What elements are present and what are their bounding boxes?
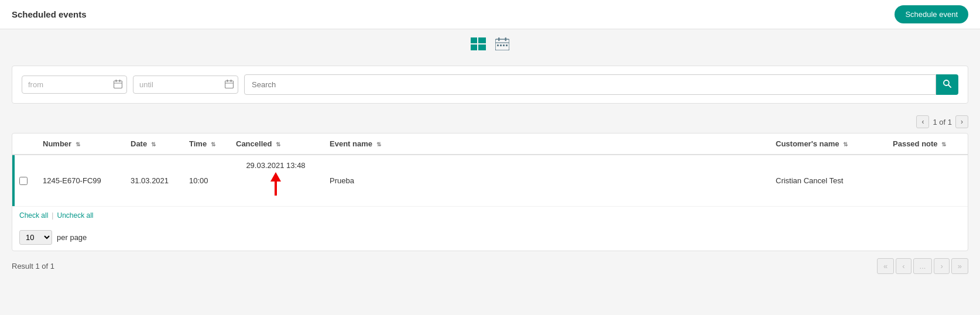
svg-rect-6 [505,37,507,41]
event-sort-icon: ⇅ [376,141,381,148]
customer-sort-icon: ⇅ [843,141,848,148]
result-footer: Result 1 of 1 « ‹ ... › » [12,251,968,274]
row-number: 1245-E670-FC99 [36,155,124,207]
per-page-select[interactable]: 10 25 50 100 [19,230,52,245]
search-button[interactable] [936,74,958,95]
next-page-top-button[interactable]: › [955,115,968,128]
row-date: 31.03.2021 [124,155,182,207]
events-table: Number ⇅ Date ⇅ Time ⇅ Cancelled ⇅ [12,133,968,207]
result-text: Result 1 of 1 [12,262,54,271]
col-cancelled-header[interactable]: Cancelled ⇅ [229,133,323,155]
col-checkbox-header [12,133,36,155]
svg-line-21 [948,85,951,88]
view-toggle-bar [0,29,980,60]
svg-rect-8 [497,44,499,46]
col-passed-header[interactable]: Passed note ⇅ [886,133,968,155]
page-title: Scheduled events [12,9,87,19]
pagination-top: ‹ 1 of 1 › [12,112,968,133]
pagination-bottom: « ‹ ... › » [877,258,968,274]
per-page-label: per page [57,233,87,242]
col-event-header[interactable]: Event name ⇅ [323,133,769,155]
svg-rect-3 [478,44,486,50]
svg-rect-2 [471,44,477,50]
last-page-button[interactable]: » [951,258,968,274]
row-time: 10:00 [182,155,229,207]
row-indicator-cell [12,155,36,207]
search-wrap [244,74,958,95]
row-passed-note [886,155,968,207]
list-view-icon[interactable] [471,37,486,54]
uncheck-all-link[interactable]: Uncheck all [57,211,93,220]
svg-rect-1 [478,37,486,43]
per-page-row: 10 25 50 100 per page [12,224,968,251]
calendar-view-icon[interactable] [495,37,509,54]
svg-rect-11 [506,44,508,46]
row-checkbox[interactable] [19,177,28,185]
annotation-arrow [268,172,284,200]
row-event-name: Prueba [323,155,769,207]
svg-rect-9 [500,44,502,46]
filter-row [12,66,968,104]
from-date-input[interactable] [22,76,127,94]
table-container: Number ⇅ Date ⇅ Time ⇅ Cancelled ⇅ [12,133,968,251]
time-sort-icon: ⇅ [211,141,215,148]
passed-sort-icon: ⇅ [941,141,946,148]
table-header-row: Number ⇅ Date ⇅ Time ⇅ Cancelled ⇅ [12,133,968,155]
next-page-button[interactable]: › [934,258,949,274]
cancelled-sort-icon: ⇅ [276,141,280,148]
row-cancelled: 29.03.2021 13:48 [229,155,323,207]
until-date-input[interactable] [133,76,238,94]
col-date-header[interactable]: Date ⇅ [124,133,182,155]
number-sort-icon: ⇅ [76,141,80,148]
col-number-header[interactable]: Number ⇅ [36,133,124,155]
main-content: ‹ 1 of 1 › Number ⇅ Date ⇅ Time [0,60,980,286]
ellipsis-button: ... [913,258,933,274]
schedule-event-button[interactable]: Schedule event [895,5,968,23]
svg-rect-10 [503,44,505,46]
col-time-header[interactable]: Time ⇅ [182,133,229,155]
page-info-top: 1 of 1 [933,118,952,126]
until-date-wrap [133,74,238,95]
row-customer-name: Cristian Cancel Test [769,155,886,207]
from-date-wrap [22,74,127,95]
header: Scheduled events Schedule event [0,0,980,29]
svg-rect-5 [498,37,500,41]
first-page-button[interactable]: « [877,258,894,274]
svg-rect-0 [471,37,477,43]
check-all-link[interactable]: Check all [19,211,48,220]
check-uncheck-row: Check all | Uncheck all [12,207,968,224]
table-row: 1245-E670-FC99 31.03.2021 10:00 29.03.20… [12,155,968,207]
search-input[interactable] [244,74,936,95]
svg-marker-23 [270,172,281,182]
col-customer-header[interactable]: Customer's name ⇅ [769,133,886,155]
prev-page-top-button[interactable]: ‹ [916,115,929,128]
prev-page-button[interactable]: ‹ [896,258,911,274]
date-sort-icon: ⇅ [151,141,156,148]
